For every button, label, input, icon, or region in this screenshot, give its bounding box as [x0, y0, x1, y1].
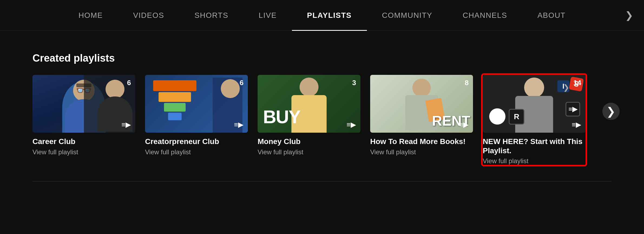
playlist-queue-new: ≡▶ [572, 121, 581, 129]
playlist-name-career: Career Club [32, 137, 135, 146]
playlist-thumb-new: ▲ R I S ❯ ≡▶ 14 ≡▶ [483, 75, 586, 133]
playlist-queue-creatorpreneur: ≡▶ [234, 121, 244, 129]
playlist-queue-money: ≡▶ [347, 121, 356, 129]
playlist-queue-books: ≡▶ [459, 121, 469, 129]
playlist-grid: 6 ≡▶ Career Club View full playlist [32, 75, 612, 165]
playlist-sub-career: View full playlist [32, 148, 135, 156]
nav-playlists[interactable]: PLAYLISTS [292, 0, 367, 31]
main-content: Created playlists 6 ≡▶ Career Club V [0, 31, 644, 181]
playlist-name-books: How To Read More Books! [370, 137, 473, 146]
playlist-thumb-creatorpreneur: 6 ≡▶ [145, 75, 248, 133]
playlist-name-new: NEW HERE? Start with This Playlist. [483, 137, 586, 155]
playlist-count-new: 14 [573, 79, 581, 87]
playlist-sub-books: View full playlist [370, 148, 473, 156]
nav-shorts[interactable]: SHORTS [179, 0, 244, 31]
playlist-card-money[interactable]: BUY 3 ≡▶ Money Club View full playlist [258, 75, 360, 156]
nav-live[interactable]: LIVE [244, 0, 292, 31]
playlist-queue-career: ≡▶ [121, 121, 131, 129]
playlist-next-arrow[interactable]: ❯ [602, 103, 620, 120]
playlist-sub-new: View full playlist [483, 157, 586, 165]
playlist-count-books: 8 [465, 79, 469, 87]
playlist-sub-creatorpreneur: View full playlist [145, 148, 248, 156]
playlist-card-career-club[interactable]: 6 ≡▶ Career Club View full playlist [32, 75, 135, 156]
playlist-thumb-books: RENT 8 ≡▶ [370, 75, 473, 133]
nav-items: HOME VIDEOS SHORTS LIVE PLAYLISTS COMMUN… [63, 0, 581, 31]
playlist-sub-money: View full playlist [258, 148, 360, 156]
bottom-divider [32, 181, 612, 182]
playlist-name-money: Money Club [258, 137, 360, 146]
playlist-thumb-career: 6 ≡▶ [32, 75, 135, 133]
playlist-count-creatorpreneur: 6 [240, 79, 244, 87]
navigation-bar: HOME VIDEOS SHORTS LIVE PLAYLISTS COMMUN… [0, 0, 644, 31]
nav-more-arrow[interactable]: ❯ [625, 10, 633, 21]
section-title: Created playlists [32, 52, 612, 64]
nav-videos[interactable]: VIDEOS [118, 0, 179, 31]
nav-channels[interactable]: CHANNELS [448, 0, 522, 31]
playlist-card-new-here[interactable]: ▲ R I S ❯ ≡▶ 14 ≡▶ NEW HERE? Start with … [483, 75, 586, 165]
nav-home[interactable]: HOME [63, 0, 118, 31]
playlist-count-career: 6 [127, 79, 131, 87]
nav-community[interactable]: COMMUNITY [367, 0, 448, 31]
playlist-card-books[interactable]: RENT 8 ≡▶ How To Read More Books! View f… [370, 75, 473, 156]
playlist-thumb-money: BUY 3 ≡▶ [258, 75, 360, 133]
nav-about[interactable]: ABOUT [522, 0, 581, 31]
playlist-name-creatorpreneur: Creatorpreneur Club [145, 137, 248, 146]
playlist-card-creatorpreneur[interactable]: 6 ≡▶ Creatorpreneur Club View full playl… [145, 75, 248, 156]
playlist-count-money: 3 [352, 79, 356, 87]
